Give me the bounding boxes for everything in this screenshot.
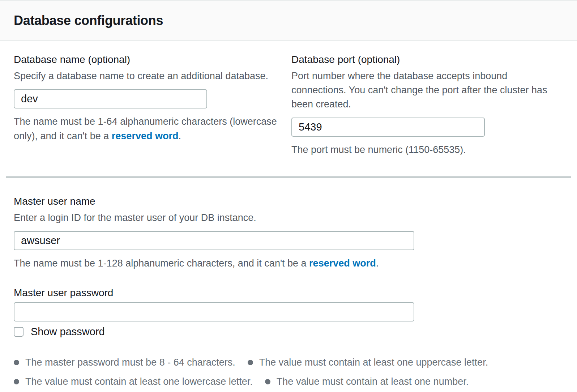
password-requirement-item: The master password must be 8 - 64 chara… (14, 355, 235, 370)
form-row-top: Database name (optional) Specify a datab… (14, 53, 563, 157)
database-port-description: Port number where the database accepts i… (291, 69, 557, 111)
reserved-word-link[interactable]: reserved word (309, 258, 376, 269)
database-name-label: Database name (optional) (14, 53, 279, 66)
database-configurations-panel: Database configurations Database name (o… (0, 0, 577, 392)
master-user-password-field: Master user password Show password (14, 286, 563, 338)
requirement-text: The master password must be 8 - 64 chara… (25, 355, 235, 370)
master-user-name-constraint: The name must be 1-128 alphanumeric char… (14, 256, 556, 270)
database-port-input[interactable] (291, 118, 485, 137)
gray-bullet-icon (248, 360, 253, 365)
gray-bullet-icon (14, 379, 19, 384)
database-port-field: Database port (optional) Port number whe… (291, 53, 557, 157)
section-divider (6, 176, 571, 178)
requirement-text: The value must contain at least one lowe… (25, 374, 253, 389)
show-password-row: Show password (14, 326, 563, 338)
master-user-name-field: Master user name Enter a login ID for th… (14, 195, 563, 270)
password-requirement-item: The value must contain at least one uppe… (248, 355, 488, 370)
master-user-name-input[interactable] (14, 231, 414, 250)
database-port-constraint: The port must be numeric (1150-65535). (291, 142, 557, 157)
constraint-text-suffix: . (376, 258, 379, 269)
database-name-input[interactable] (14, 89, 207, 108)
database-name-description: Specify a database name to create an add… (14, 69, 279, 83)
password-requirement-item: The value must contain at least one lowe… (14, 374, 253, 389)
gray-bullet-icon (14, 360, 19, 365)
password-requirements-grid: The master password must be 8 - 64 chara… (14, 355, 558, 389)
database-port-label: Database port (optional) (291, 53, 557, 66)
requirement-text: The value must contain at least one uppe… (259, 355, 488, 370)
master-user-password-label: Master user password (14, 286, 563, 299)
password-requirements: The master password must be 8 - 64 chara… (14, 355, 558, 392)
panel-content: Database name (optional) Specify a datab… (0, 41, 577, 392)
show-password-checkbox[interactable] (14, 327, 23, 337)
master-user-name-description: Enter a login ID for the master user of … (14, 211, 563, 225)
panel-title: Database configurations (14, 13, 163, 28)
reserved-word-link[interactable]: reserved word (112, 131, 179, 141)
database-name-constraint: The name must be 1-64 alphanumeric chara… (14, 114, 279, 143)
panel-header: Database configurations (0, 0, 577, 41)
show-password-label[interactable]: Show password (31, 326, 105, 338)
constraint-text: The name must be 1-128 alphanumeric char… (14, 258, 309, 269)
database-name-field: Database name (optional) Specify a datab… (14, 53, 279, 157)
master-user-name-label: Master user name (14, 195, 563, 208)
requirement-text: The value must contain at least one numb… (277, 374, 469, 389)
gray-bullet-icon (265, 379, 270, 384)
password-requirement-item: The value must contain at least one numb… (265, 374, 469, 389)
master-user-password-input[interactable] (14, 302, 414, 321)
constraint-text-suffix: . (178, 131, 181, 141)
